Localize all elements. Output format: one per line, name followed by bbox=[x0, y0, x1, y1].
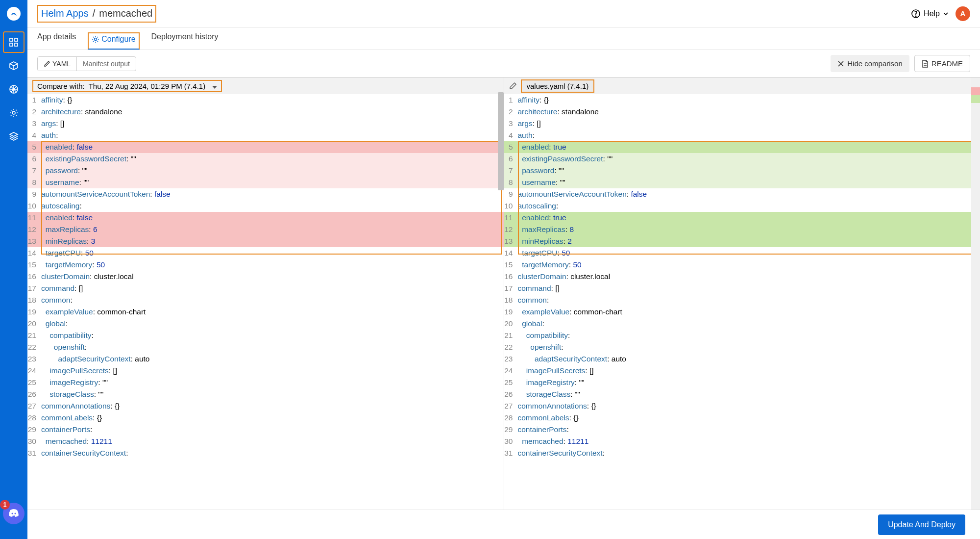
line-number: 20 bbox=[504, 318, 518, 330]
code-line: 8 username: "" bbox=[504, 177, 980, 188]
code-content: enabled: false bbox=[41, 141, 504, 153]
line-number: 5 bbox=[504, 141, 518, 153]
right-pane-header: values.yaml (7.4.1) bbox=[504, 77, 980, 94]
line-number: 17 bbox=[27, 282, 41, 294]
line-number: 19 bbox=[27, 306, 41, 318]
line-number: 2 bbox=[27, 106, 41, 118]
hide-comparison-label: Hide comparison bbox=[847, 59, 903, 68]
line-number: 14 bbox=[27, 247, 41, 259]
code-line: 4auth: bbox=[27, 129, 504, 141]
minimap[interactable] bbox=[971, 77, 980, 510]
code-content: common: bbox=[41, 294, 504, 306]
code-line: 13 minReplicas: 3 bbox=[27, 235, 504, 247]
code-line: 20 global: bbox=[504, 318, 980, 330]
discord-badge[interactable]: 1 bbox=[3, 503, 24, 524]
code-line: 28commonLabels: {} bbox=[504, 412, 980, 424]
compare-label: Compare with: bbox=[37, 82, 85, 90]
code-content: adaptSecurityContext: auto bbox=[518, 353, 980, 365]
breadcrumb-root[interactable]: Helm Apps bbox=[41, 8, 89, 19]
code-line: 15 targetMemory: 50 bbox=[27, 259, 504, 271]
code-content: targetMemory: 50 bbox=[518, 259, 980, 271]
code-line: 25 imageRegistry: "" bbox=[27, 377, 504, 388]
view-mode-segment: YAML Manifest output bbox=[37, 56, 136, 71]
code-line: 3args: [] bbox=[27, 118, 504, 129]
code-line: 8 username: "" bbox=[27, 177, 504, 188]
line-number: 14 bbox=[504, 247, 518, 259]
nav-cube-icon[interactable] bbox=[3, 55, 24, 77]
line-number: 16 bbox=[504, 271, 518, 282]
code-line: 22 openshift: bbox=[27, 341, 504, 353]
product-logo[interactable] bbox=[5, 5, 23, 23]
code-content: maxReplicas: 6 bbox=[41, 224, 504, 235]
code-content: clusterDomain: cluster.local bbox=[41, 271, 504, 282]
code-line: 23 adaptSecurityContext: auto bbox=[27, 353, 504, 365]
update-and-deploy-button[interactable]: Update And Deploy bbox=[878, 514, 965, 535]
line-number: 29 bbox=[504, 424, 518, 436]
code-line: 22 openshift: bbox=[504, 341, 980, 353]
code-line: 14 targetCPU: 50 bbox=[27, 247, 504, 259]
code-line: 21 compatibility: bbox=[504, 330, 980, 341]
code-line: 10autoscaling: bbox=[504, 200, 980, 212]
nav-apps-icon[interactable] bbox=[3, 31, 24, 53]
code-line: 29containerPorts: bbox=[504, 424, 980, 436]
code-line: 26 storageClass: "" bbox=[27, 388, 504, 400]
compare-value: Thu, 22 Aug 2024, 01:29 PM (7.4.1) bbox=[89, 82, 206, 90]
code-content: commonLabels: {} bbox=[518, 412, 980, 424]
line-number: 15 bbox=[27, 259, 41, 271]
code-line: 30 memcached: 11211 bbox=[27, 436, 504, 447]
nav-steering-icon[interactable] bbox=[3, 78, 24, 100]
code-line: 23 adaptSecurityContext: auto bbox=[504, 353, 980, 365]
line-number: 30 bbox=[27, 436, 41, 447]
breadcrumb-current: memcached bbox=[99, 8, 152, 19]
compare-with-dropdown[interactable]: Compare with: Thu, 22 Aug 2024, 01:29 PM… bbox=[32, 80, 222, 92]
avatar[interactable]: A bbox=[956, 6, 970, 21]
code-line: 13 minReplicas: 2 bbox=[504, 235, 980, 247]
code-line: 19 exampleValue: common-chart bbox=[504, 306, 980, 318]
pencil-icon[interactable] bbox=[509, 82, 517, 90]
nav-layers-icon[interactable] bbox=[3, 126, 24, 147]
line-number: 26 bbox=[504, 388, 518, 400]
scrollbar[interactable] bbox=[498, 92, 504, 190]
code-content: memcached: 11211 bbox=[518, 436, 980, 447]
code-line: 10autoscaling: bbox=[27, 200, 504, 212]
code-content: args: [] bbox=[518, 118, 980, 129]
hide-comparison-button[interactable]: Hide comparison bbox=[831, 55, 909, 72]
help-icon bbox=[911, 9, 921, 19]
line-number: 23 bbox=[27, 353, 41, 365]
left-code[interactable]: 1affinity: {}2architecture: standalone3a… bbox=[27, 94, 504, 510]
code-content: imageRegistry: "" bbox=[41, 377, 504, 388]
line-number: 10 bbox=[504, 200, 518, 212]
line-number: 8 bbox=[504, 177, 518, 188]
tabs: App details Configure Deployment history bbox=[27, 27, 980, 50]
svg-point-7 bbox=[12, 111, 15, 114]
code-content: command: [] bbox=[41, 282, 504, 294]
breadcrumb: Helm Apps / memcached bbox=[37, 5, 156, 23]
help-button[interactable]: Help bbox=[911, 9, 949, 19]
manifest-button[interactable]: Manifest output bbox=[77, 57, 136, 71]
line-number: 13 bbox=[27, 235, 41, 247]
line-number: 10 bbox=[27, 200, 41, 212]
minimap-change-marker bbox=[971, 87, 980, 95]
code-content: openshift: bbox=[518, 341, 980, 353]
chevron-down-icon bbox=[943, 11, 949, 17]
code-content: args: [] bbox=[41, 118, 504, 129]
code-line: 11 enabled: true bbox=[504, 212, 980, 224]
tab-configure[interactable]: Configure bbox=[88, 32, 139, 50]
line-number: 11 bbox=[504, 212, 518, 224]
code-content: username: "" bbox=[518, 177, 980, 188]
code-line: 2architecture: standalone bbox=[504, 106, 980, 118]
code-line: 24 imagePullSecrets: [] bbox=[27, 365, 504, 377]
code-line: 14 targetCPU: 50 bbox=[504, 247, 980, 259]
code-line: 18common: bbox=[504, 294, 980, 306]
nav-gear-icon[interactable] bbox=[3, 102, 24, 124]
yaml-button[interactable]: YAML bbox=[38, 57, 77, 71]
code-content: minReplicas: 2 bbox=[518, 235, 980, 247]
tab-deployment-history[interactable]: Deployment history bbox=[151, 32, 219, 50]
code-content: exampleValue: common-chart bbox=[41, 306, 504, 318]
code-content: compatibility: bbox=[518, 330, 980, 341]
tab-app-details[interactable]: App details bbox=[37, 32, 76, 50]
readme-button[interactable]: README bbox=[914, 55, 970, 72]
right-code[interactable]: 1affinity: {}2architecture: standalone3a… bbox=[504, 94, 980, 510]
line-number: 18 bbox=[27, 294, 41, 306]
code-content: storageClass: "" bbox=[518, 388, 980, 400]
